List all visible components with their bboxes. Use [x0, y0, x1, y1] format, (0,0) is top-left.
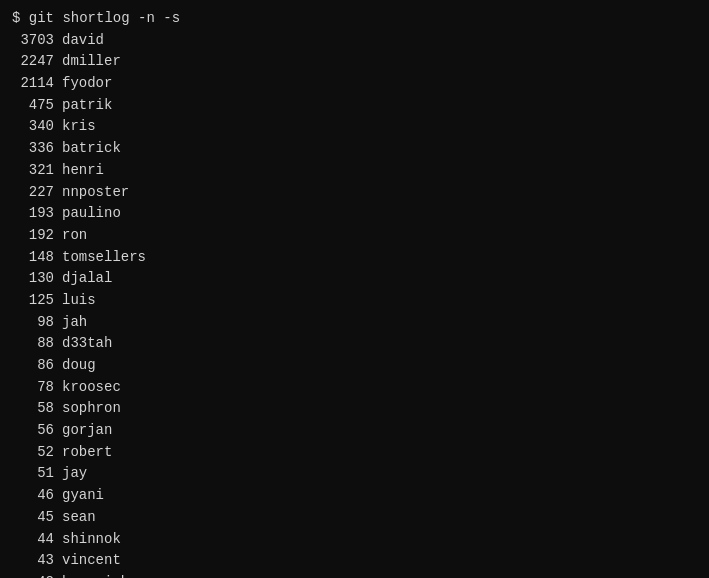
contributor-name: sophron: [62, 398, 121, 420]
table-row: 43vincent: [12, 550, 697, 572]
table-row: 125luis: [12, 290, 697, 312]
contributor-name: patrik: [62, 95, 112, 117]
contributor-name: djalal: [62, 268, 112, 290]
table-row: 130djalal: [12, 268, 697, 290]
table-row: 86doug: [12, 355, 697, 377]
table-row: 3703david: [12, 30, 697, 52]
contributor-name: david: [62, 30, 104, 52]
commit-count: 86: [12, 355, 62, 377]
table-row: 2114fyodor: [12, 73, 697, 95]
commit-count: 321: [12, 160, 62, 182]
commit-count: 2247: [12, 51, 62, 73]
table-row: 227nnposter: [12, 182, 697, 204]
table-row: 45sean: [12, 507, 697, 529]
contributor-name: vincent: [62, 550, 121, 572]
table-row: 78kroosec: [12, 377, 697, 399]
commit-count: 227: [12, 182, 62, 204]
entries-list: 3703david2247dmiller2114fyodor475patrik3…: [12, 30, 697, 578]
contributor-name: jah: [62, 312, 87, 334]
contributor-name: robert: [62, 442, 112, 464]
table-row: 475patrik: [12, 95, 697, 117]
table-row: 42bmenrigh: [12, 572, 697, 578]
commit-count: 56: [12, 420, 62, 442]
table-row: 98jah: [12, 312, 697, 334]
commit-count: 3703: [12, 30, 62, 52]
commit-count: 51: [12, 463, 62, 485]
contributor-name: paulino: [62, 203, 121, 225]
contributor-name: jay: [62, 463, 87, 485]
contributor-name: fyodor: [62, 73, 112, 95]
commit-count: 148: [12, 247, 62, 269]
commit-count: 88: [12, 333, 62, 355]
table-row: 340kris: [12, 116, 697, 138]
contributor-name: nnposter: [62, 182, 129, 204]
commit-count: 78: [12, 377, 62, 399]
contributor-name: ron: [62, 225, 87, 247]
table-row: 2247dmiller: [12, 51, 697, 73]
commit-count: 43: [12, 550, 62, 572]
contributor-name: sean: [62, 507, 96, 529]
contributor-name: tomsellers: [62, 247, 146, 269]
table-row: 52robert: [12, 442, 697, 464]
contributor-name: batrick: [62, 138, 121, 160]
terminal-window: $ git shortlog -n -s 3703david2247dmille…: [12, 8, 697, 578]
commit-count: 45: [12, 507, 62, 529]
table-row: 58sophron: [12, 398, 697, 420]
commit-count: 98: [12, 312, 62, 334]
table-row: 193paulino: [12, 203, 697, 225]
contributor-name: henri: [62, 160, 104, 182]
contributor-name: gyani: [62, 485, 104, 507]
contributor-name: kroosec: [62, 377, 121, 399]
commit-count: 46: [12, 485, 62, 507]
contributor-name: d33tah: [62, 333, 112, 355]
commit-count: 130: [12, 268, 62, 290]
contributor-name: dmiller: [62, 51, 121, 73]
table-row: 192ron: [12, 225, 697, 247]
table-row: 56gorjan: [12, 420, 697, 442]
commit-count: 42: [12, 572, 62, 578]
contributor-name: doug: [62, 355, 96, 377]
commit-count: 336: [12, 138, 62, 160]
table-row: 88d33tah: [12, 333, 697, 355]
table-row: 148tomsellers: [12, 247, 697, 269]
commit-count: 340: [12, 116, 62, 138]
commit-count: 192: [12, 225, 62, 247]
contributor-name: shinnok: [62, 529, 121, 551]
prompt-text: $ git shortlog -n -s: [12, 8, 180, 30]
table-row: 51jay: [12, 463, 697, 485]
commit-count: 52: [12, 442, 62, 464]
table-row: 336batrick: [12, 138, 697, 160]
contributor-name: gorjan: [62, 420, 112, 442]
commit-count: 125: [12, 290, 62, 312]
contributor-name: kris: [62, 116, 96, 138]
table-row: 46gyani: [12, 485, 697, 507]
commit-count: 193: [12, 203, 62, 225]
prompt-line: $ git shortlog -n -s: [12, 8, 697, 30]
commit-count: 475: [12, 95, 62, 117]
commit-count: 44: [12, 529, 62, 551]
contributor-name: bmenrigh: [62, 572, 129, 578]
commit-count: 2114: [12, 73, 62, 95]
table-row: 321henri: [12, 160, 697, 182]
table-row: 44shinnok: [12, 529, 697, 551]
contributor-name: luis: [62, 290, 96, 312]
commit-count: 58: [12, 398, 62, 420]
